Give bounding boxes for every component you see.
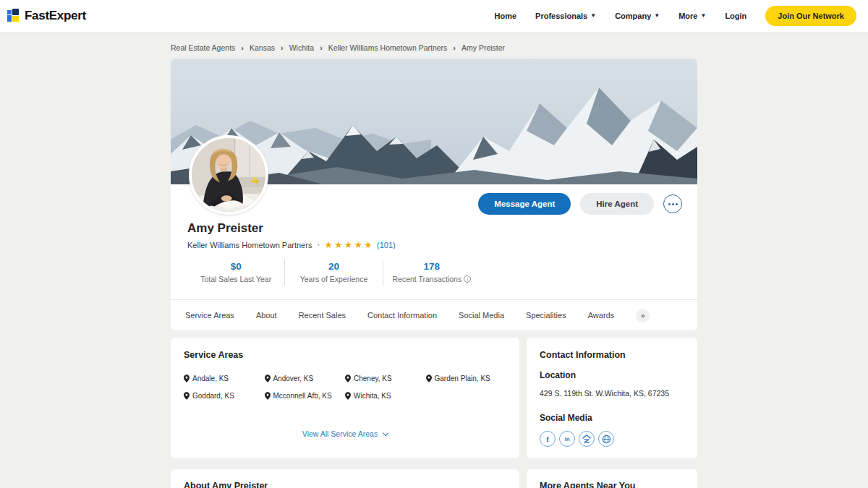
hire-agent-button[interactable]: Hire Agent: [580, 193, 654, 215]
map-pin-icon: [345, 374, 351, 382]
tab-about[interactable]: About: [256, 311, 277, 320]
agent-stats: $0 Total Sales Last Year 20 Years of Exp…: [187, 260, 480, 286]
chevron-down-icon: ▼: [654, 13, 660, 19]
breadcrumb-item[interactable]: Kansas: [250, 43, 275, 52]
map-pin-icon: [426, 374, 432, 382]
fastexpert-logo[interactable]: FastExpert: [7, 9, 86, 23]
breadcrumb-item[interactable]: Wichita: [289, 43, 314, 52]
map-pin-icon: [345, 392, 351, 400]
agent-name: Amy Preister: [187, 221, 697, 236]
chevron-down-icon: ▼: [700, 13, 706, 19]
tab-awards[interactable]: Awards: [588, 311, 614, 320]
social-links: f in: [540, 431, 684, 447]
service-areas-card: Service Areas Andale, KS Andover, KS Che…: [171, 338, 519, 458]
chevron-down-icon: [383, 429, 388, 435]
chevron-right-icon: ›: [281, 43, 284, 52]
tab-service-areas[interactable]: Service Areas: [185, 311, 234, 320]
map-pin-icon: [184, 374, 190, 382]
map-pin-icon: [265, 392, 271, 400]
tab-social-media[interactable]: Social Media: [459, 311, 504, 320]
service-areas-title: Service Areas: [184, 350, 506, 360]
chevron-right-icon: ›: [320, 43, 323, 52]
breadcrumb-item-current: Amy Preister: [461, 43, 505, 52]
agent-profile-card: Message Agent Hire Agent Amy Preister Ke…: [171, 59, 697, 330]
linkedin-icon[interactable]: in: [559, 431, 575, 447]
tab-specialities[interactable]: Specialities: [526, 311, 566, 320]
fastexpert-logo-icon: [7, 9, 22, 23]
profile-tabs: Service Areas About Recent Sales Contact…: [171, 299, 697, 330]
map-pin-icon: [265, 374, 271, 382]
service-area-item[interactable]: Garden Plain, KS: [426, 374, 507, 382]
service-area-item[interactable]: Goddard, KS: [184, 392, 265, 400]
nav-more[interactable]: More▼: [678, 12, 706, 20]
service-area-item[interactable]: Andover, KS: [265, 374, 346, 382]
review-count-link[interactable]: (101): [377, 241, 396, 249]
chevron-right-icon: ›: [241, 43, 244, 52]
service-area-item[interactable]: Wichita, KS: [345, 392, 426, 400]
nav-home[interactable]: Home: [495, 12, 517, 20]
nav-company[interactable]: Company▼: [615, 12, 660, 20]
zillow-icon[interactable]: [579, 431, 595, 447]
contact-information-card: Contact Information Location 429 S. 119t…: [527, 338, 697, 458]
tabs-scroll-next-button[interactable]: »: [636, 309, 650, 322]
more-options-button[interactable]: [663, 194, 682, 213]
brand-name: FastExpert: [25, 9, 86, 23]
website-globe-icon[interactable]: [598, 431, 614, 447]
info-icon[interactable]: i: [464, 275, 471, 283]
agent-company: Keller Williams Hometown Partners: [187, 241, 312, 249]
agent-avatar[interactable]: [189, 135, 268, 215]
join-our-network-button[interactable]: Join Our Network: [765, 6, 856, 26]
nav-professionals[interactable]: Professionals▼: [535, 12, 596, 20]
service-area-item[interactable]: Andale, KS: [184, 374, 265, 382]
main-nav: Home Professionals▼ Company▼ More▼ Login…: [495, 6, 857, 26]
breadcrumb-item[interactable]: Keller Williams Hometown Partners: [328, 43, 448, 52]
about-agent-card: About Amy Preister: [171, 469, 519, 488]
service-area-item[interactable]: Mcconnell Afb, KS: [265, 392, 346, 400]
breadcrumb-item[interactable]: Real Estate Agents: [171, 43, 235, 52]
location-label: Location: [540, 370, 684, 380]
nav-login[interactable]: Login: [725, 12, 746, 20]
tab-recent-sales[interactable]: Recent Sales: [299, 311, 346, 320]
more-agents-title: More Agents Near You: [540, 481, 684, 488]
facebook-icon[interactable]: f: [540, 431, 556, 447]
tab-contact-information[interactable]: Contact Information: [367, 311, 437, 320]
service-areas-list: Andale, KS Andover, KS Cheney, KS Garden…: [184, 374, 506, 400]
stat-years-experience: 20 Years of Experience: [284, 260, 382, 286]
chevron-down-icon: ▼: [590, 13, 596, 19]
map-pin-icon: [184, 392, 190, 400]
stat-recent-transactions: 178 Recent Transactionsi: [383, 260, 480, 286]
chevron-right-icon: ›: [453, 43, 456, 52]
service-area-item[interactable]: Cheney, KS: [345, 374, 426, 382]
social-media-label: Social Media: [540, 413, 684, 423]
breadcrumb: Real Estate Agents › Kansas › Wichita › …: [171, 33, 697, 52]
view-all-service-areas-link[interactable]: View All Service Areas: [171, 429, 519, 438]
contact-information-title: Contact Information: [540, 350, 684, 360]
ellipsis-icon: [668, 203, 671, 205]
about-agent-title: About Amy Preister: [184, 481, 506, 488]
top-navbar: FastExpert Home Professionals▼ Company▼ …: [0, 0, 868, 33]
star-rating-icons: ★★★★★: [325, 239, 375, 250]
message-agent-button[interactable]: Message Agent: [478, 193, 571, 215]
more-agents-card: More Agents Near You: [527, 469, 697, 488]
agent-address: 429 S. 119th St. W.Wichita, KS, 67235: [540, 389, 684, 398]
stat-total-sales: $0 Total Sales Last Year: [187, 260, 284, 286]
dot-separator: •: [317, 241, 319, 249]
